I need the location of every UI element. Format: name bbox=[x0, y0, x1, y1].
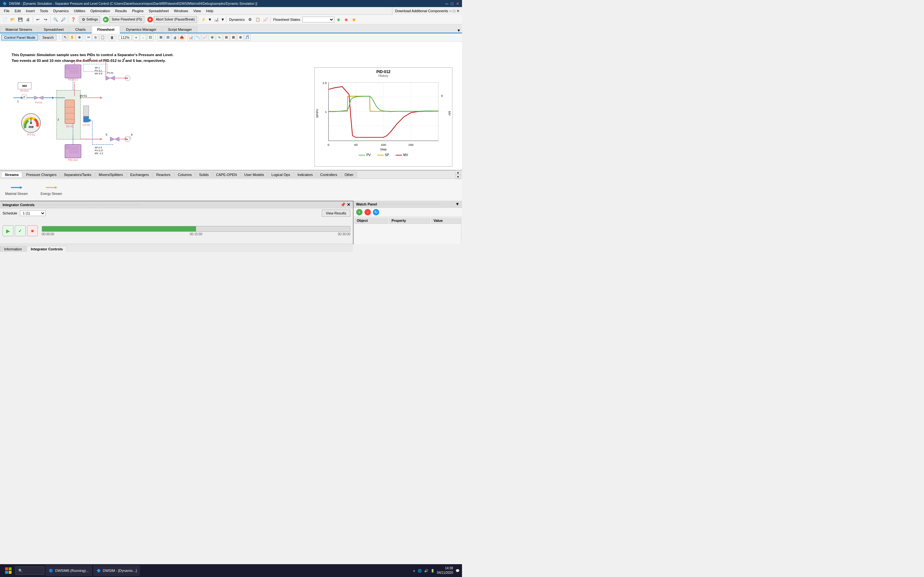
stream-tab-logical-ops[interactable]: Logical Ops bbox=[268, 172, 294, 177]
menu-tools[interactable]: Tools bbox=[37, 8, 51, 13]
save-button[interactable]: 💾 bbox=[17, 16, 24, 23]
stream-tab-cape-open[interactable]: CAPE-OPEN bbox=[213, 172, 241, 177]
menu-results[interactable]: Results bbox=[113, 8, 129, 13]
select-tool-button[interactable]: ↖ bbox=[62, 34, 68, 41]
stream-tab-mixers[interactable]: Mixers/Splitters bbox=[95, 172, 126, 177]
chart-btn8[interactable]: ⊗ bbox=[237, 34, 244, 41]
redo-button[interactable]: ↪ bbox=[42, 16, 49, 23]
snap-toggle-button[interactable]: ⊟ bbox=[165, 34, 171, 41]
minimize-button[interactable]: ─ bbox=[445, 1, 448, 6]
tb-dropdown2[interactable]: ▼ bbox=[220, 16, 225, 23]
tab-script-manager[interactable]: Script Manager bbox=[163, 26, 198, 33]
download-expand-icon[interactable]: □ bbox=[453, 9, 455, 13]
control-panel-mode-button[interactable]: Control Panel Mode bbox=[1, 35, 38, 40]
tab-collapse-icon[interactable]: ▼ bbox=[457, 28, 461, 33]
stream-tab-indicators[interactable]: Indicators bbox=[294, 172, 317, 177]
menu-dynamics[interactable]: Dynamics bbox=[51, 8, 71, 13]
menu-spreadsheet[interactable]: Spreadsheet bbox=[146, 8, 171, 13]
chart-btn4[interactable]: ⊛ bbox=[209, 34, 215, 41]
pan-tool-button[interactable]: ✋ bbox=[69, 34, 75, 41]
tab-flowsheet[interactable]: Flowsheet bbox=[92, 26, 120, 33]
fs-state-btn2[interactable]: ◉ bbox=[342, 16, 350, 23]
maximize-button[interactable]: □ bbox=[451, 1, 453, 6]
download-close-icon[interactable]: ✕ bbox=[457, 9, 459, 13]
menu-plugins[interactable]: Plugins bbox=[129, 8, 146, 13]
schedule-select[interactable]: 1 (1) bbox=[20, 210, 45, 216]
stream-tab-pressure-changers[interactable]: Pressure Changers bbox=[23, 172, 60, 177]
tab-dynamics-manager[interactable]: Dynamics Manager bbox=[121, 26, 162, 33]
grid-toggle-button[interactable]: ⊞ bbox=[158, 34, 164, 41]
dynamics-icon1[interactable]: ⚙ bbox=[246, 16, 254, 23]
stream-tab-columns[interactable]: Columns bbox=[174, 172, 195, 177]
stream-tab-reactors[interactable]: Reactors bbox=[153, 172, 174, 177]
stream-tab-exchangers[interactable]: Exchangers bbox=[127, 172, 152, 177]
check-button[interactable]: ✔ bbox=[15, 226, 26, 236]
watch-add-button[interactable]: + bbox=[356, 209, 363, 215]
print-button[interactable]: 🖨 bbox=[24, 16, 31, 23]
menu-insert[interactable]: Insert bbox=[23, 8, 37, 13]
material-stream-item[interactable]: Material Stream bbox=[5, 184, 28, 195]
stream-tab-user-models[interactable]: User Models bbox=[241, 172, 268, 177]
stream-scroll-up[interactable]: ▲ bbox=[455, 170, 461, 175]
chart-btn2[interactable]: 📉 bbox=[195, 34, 201, 41]
search-button[interactable]: Search bbox=[39, 35, 57, 40]
menu-utilities[interactable]: Utilities bbox=[71, 8, 87, 13]
watch-remove-button[interactable]: − bbox=[365, 209, 371, 215]
stream-scroll-down[interactable]: ▼ bbox=[455, 175, 461, 179]
menu-help[interactable]: Help bbox=[204, 8, 216, 13]
fs-state-btn3[interactable]: ◉ bbox=[351, 16, 357, 23]
stream-tab-separators[interactable]: Separators/Tanks bbox=[60, 172, 95, 177]
stop-button[interactable]: ■ bbox=[27, 226, 38, 236]
watch-refresh-button[interactable]: ↻ bbox=[373, 209, 379, 215]
pid012-box[interactable] bbox=[65, 65, 81, 78]
undo-button[interactable]: ↩ bbox=[34, 16, 41, 23]
fs-state-btn1[interactable]: ◉ bbox=[335, 16, 342, 23]
integrator-close-button[interactable]: ✕ bbox=[347, 202, 351, 207]
sg01-unit[interactable] bbox=[65, 100, 74, 123]
export-button[interactable]: 📤 bbox=[179, 34, 185, 41]
stream-tab-streams[interactable]: Streams bbox=[1, 172, 22, 177]
copy-tool-button[interactable]: ⎘ bbox=[92, 34, 99, 41]
menu-optimization[interactable]: Optimization bbox=[88, 8, 113, 13]
stream-tab-solids[interactable]: Solids bbox=[196, 172, 212, 177]
tb-extra2[interactable]: 📊 bbox=[213, 16, 220, 23]
tb-dropdown1[interactable]: ▼ bbox=[208, 16, 212, 23]
zoom-out-control-button[interactable]: - bbox=[140, 34, 146, 41]
delete-tool-button[interactable]: 🗑 bbox=[109, 34, 115, 41]
chart-btn6[interactable]: ⊞ bbox=[223, 34, 229, 41]
menu-windows[interactable]: Windows bbox=[171, 8, 191, 13]
new-file-button[interactable]: 📄 bbox=[1, 16, 8, 23]
abort-solver-button[interactable]: Abort Solver (Pause/Break) bbox=[153, 16, 197, 23]
chart-btn9[interactable]: 🎵 bbox=[244, 34, 250, 41]
chart-btn3[interactable]: 📈 bbox=[202, 34, 208, 41]
close-button[interactable]: ✕ bbox=[456, 1, 459, 6]
zoom-display[interactable]: 112% bbox=[119, 35, 132, 40]
menu-view[interactable]: View bbox=[191, 8, 204, 13]
tab-charts[interactable]: Charts bbox=[70, 26, 91, 33]
stream-tab-other[interactable]: Other bbox=[341, 172, 357, 177]
dynamics-icon2[interactable]: 📋 bbox=[254, 16, 261, 23]
play-button[interactable]: ▶ bbox=[3, 226, 13, 236]
chart-btn1[interactable]: 📊 bbox=[188, 34, 194, 41]
dynamics-icon3[interactable]: 📈 bbox=[262, 16, 269, 23]
integrator-pin-button[interactable]: 📌 bbox=[341, 202, 346, 207]
scissors-tool-button[interactable]: ✂ bbox=[86, 34, 92, 41]
menu-file[interactable]: File bbox=[1, 8, 12, 13]
flowsheet-states-select[interactable] bbox=[302, 17, 334, 23]
print-preview-button[interactable]: 🖨 bbox=[172, 34, 178, 41]
watch-pin-button[interactable]: ▼ bbox=[455, 201, 459, 206]
settings-button[interactable]: ⚙ Settings bbox=[79, 16, 100, 23]
help-button[interactable]: ❓ bbox=[69, 16, 77, 23]
tab-material-streams[interactable]: Material Streams bbox=[0, 26, 37, 33]
stream-tab-controllers[interactable]: Controllers bbox=[317, 172, 341, 177]
menu-edit[interactable]: Edit bbox=[12, 8, 23, 13]
pid013-box[interactable] bbox=[65, 145, 81, 158]
zoom-out-button[interactable]: 🔍 bbox=[52, 16, 59, 23]
chart-btn5[interactable]: ∿ bbox=[216, 34, 222, 41]
zoom-in-button[interactable]: 🔎 bbox=[60, 16, 67, 23]
solve-flowsheet-button[interactable]: Solve Flowsheet (F5) bbox=[110, 16, 144, 23]
flowsheet-canvas[interactable]: 360 IN-014 F 1 FV-01 2 308 PIT-0 bbox=[0, 42, 208, 170]
energy-stream-item[interactable]: Energy Stream bbox=[41, 184, 62, 195]
download-bar[interactable]: Download Additional Components ─ □ ✕ bbox=[392, 7, 462, 15]
view-results-button[interactable]: View Results bbox=[322, 210, 351, 217]
